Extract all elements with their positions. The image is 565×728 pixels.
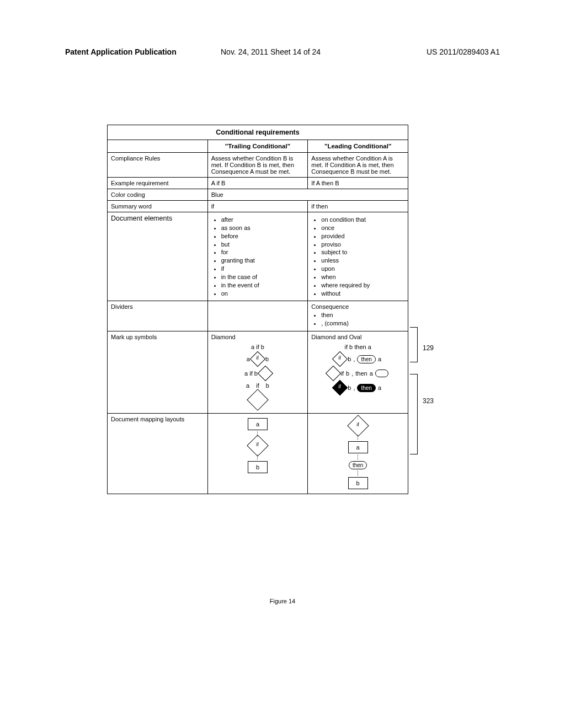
example-leading: If A then B xyxy=(308,178,408,189)
diamond-icon xyxy=(258,366,273,381)
table-header-row: "Trailing Conditional" "Leading Conditio… xyxy=(108,140,408,153)
list-item: for xyxy=(221,248,305,256)
text-if: if xyxy=(341,370,344,377)
text-b: b xyxy=(265,356,269,362)
text-if: if xyxy=(256,382,259,389)
patent-header-center: Nov. 24, 2011 Sheet 14 of 24 xyxy=(221,47,321,56)
table-title: Conditional requirements xyxy=(108,125,408,140)
text-b: b xyxy=(346,370,349,377)
markup-trailing-example: a if b xyxy=(211,344,305,350)
text-then: then xyxy=(355,370,367,377)
markup-leading: Diamond and Oval if b then a if b, then … xyxy=(308,331,408,414)
diamond-icon: if xyxy=(332,351,348,367)
doc-elements-row: Document elements after as soon as befor… xyxy=(108,212,408,301)
markup-label: Mark up symbols xyxy=(108,331,208,414)
text-b: b xyxy=(348,384,351,391)
oval-icon: then xyxy=(357,355,375,363)
trailing-header: "Trailing Conditional" xyxy=(207,140,308,153)
markup-diagram-1: a if b xyxy=(211,354,305,365)
summary-label: Summary word xyxy=(108,201,208,212)
markup-diagram-4 xyxy=(211,392,305,408)
summary-trailing: if xyxy=(207,201,308,212)
markup-diagram-l3: if b, then a xyxy=(311,382,404,393)
text-b: b xyxy=(348,356,351,362)
color-label: Color coding xyxy=(108,189,208,201)
list-item: without xyxy=(321,290,404,298)
diamond-filled-icon: if xyxy=(332,380,348,395)
compliance-trailing: Assess whether Condition B is met. If Co… xyxy=(207,153,308,178)
diamond-icon: if xyxy=(247,435,269,457)
summary-leading: if then xyxy=(308,201,408,212)
trailing-list: after as soon as before but for granting… xyxy=(211,216,305,297)
list-item: once xyxy=(321,224,404,232)
dividers-leading-title: Consequence xyxy=(311,303,349,310)
dividers-list: then , (comma) xyxy=(311,311,404,328)
markup-diagram-l2: if b, then a xyxy=(311,368,404,379)
box-b: b xyxy=(348,477,368,489)
diamond-icon: if xyxy=(250,351,265,367)
markup-trailing-example2: a if b xyxy=(244,370,258,377)
patent-header-left: Patent Application Publication xyxy=(65,47,177,56)
markup-leading-title: Diamond and Oval xyxy=(311,334,404,340)
empty-header xyxy=(108,140,208,153)
dividers-leading: Consequence then , (comma) xyxy=(308,301,408,331)
list-item: unless xyxy=(321,256,404,265)
markup-trailing-title: Diamond xyxy=(211,334,305,340)
mapping-label: Document mapping layouts xyxy=(108,414,208,494)
markup-trailing: Diamond a if b a if b a if b a if b xyxy=(207,331,308,414)
oval-icon xyxy=(375,370,388,377)
list-item: subject to xyxy=(321,248,404,256)
mapping-leading-diagram: if a then b xyxy=(311,416,404,491)
table-title-row: Conditional requirements xyxy=(108,125,408,140)
diamond-icon xyxy=(247,389,269,411)
dividers-trailing xyxy=(207,301,308,331)
markup-diagram-3: a if b xyxy=(211,382,305,389)
annotation-129: 129 xyxy=(423,344,434,352)
list-item: on condition that xyxy=(321,216,404,224)
list-item: provided xyxy=(321,232,404,240)
mapping-leading: if a then b xyxy=(308,414,408,494)
markup-leading-example: if b then a xyxy=(311,344,404,350)
leading-list: on condition that once provided proviso … xyxy=(311,216,404,297)
list-item: where required by xyxy=(321,281,404,290)
conditional-requirements-table: Conditional requirements "Trailing Condi… xyxy=(107,125,408,494)
bracket-icon xyxy=(410,374,418,454)
patent-header-right: US 2011/0289403 A1 xyxy=(427,47,500,56)
box-b: b xyxy=(248,461,268,473)
summary-row: Summary word if if then xyxy=(108,201,408,212)
list-item: granting that xyxy=(221,256,305,265)
list-item: then xyxy=(321,311,404,319)
markup-diagram-l1: if b, then a xyxy=(311,354,404,365)
list-item: upon xyxy=(321,265,404,273)
oval-filled-icon: then xyxy=(357,384,375,392)
text-b: b xyxy=(266,382,269,389)
example-label: Example requirement xyxy=(108,178,208,189)
list-item: if xyxy=(221,265,305,273)
list-item: but xyxy=(221,240,305,249)
box-a: a xyxy=(348,441,368,453)
color-row: Color coding Blue xyxy=(108,189,408,201)
text-a: a xyxy=(378,356,381,362)
list-item: proviso xyxy=(321,240,404,249)
compliance-leading: Assess whether Condition A is met. If Co… xyxy=(308,153,408,178)
list-item: before xyxy=(221,232,305,240)
diamond-icon xyxy=(325,366,340,381)
diamond-icon: if xyxy=(347,415,369,437)
box-a: a xyxy=(248,418,268,430)
example-trailing: A if B xyxy=(207,178,308,189)
figure-caption: Figure 14 xyxy=(0,598,565,604)
list-item: in the event of xyxy=(221,281,305,290)
dividers-label: Dividers xyxy=(108,301,208,331)
list-item: when xyxy=(321,273,404,281)
annotation-323: 323 xyxy=(423,397,434,405)
compliance-row: Compliance Rules Assess whether Conditio… xyxy=(108,153,408,178)
doc-elements-leading: on condition that once provided proviso … xyxy=(308,212,408,301)
bracket-icon xyxy=(410,327,418,362)
doc-elements-trailing: after as soon as before but for granting… xyxy=(207,212,308,301)
mapping-trailing-diagram: a if b xyxy=(211,416,305,475)
text-a: a xyxy=(370,370,373,377)
markup-row: Mark up symbols Diamond a if b a if b a … xyxy=(108,331,408,414)
color-value: Blue xyxy=(207,189,408,201)
leading-header: "Leading Conditional" xyxy=(308,140,408,153)
mapping-trailing: a if b xyxy=(207,414,308,494)
